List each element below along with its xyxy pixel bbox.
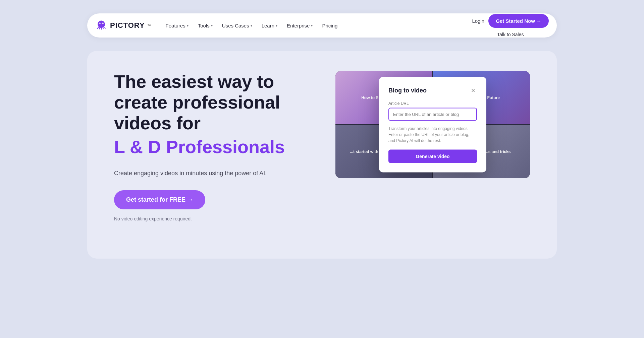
logo-tm: ™ xyxy=(148,24,151,27)
nav-links: Features ▾ Tools ▾ Uses Cases ▾ Learn ▾ … xyxy=(162,20,467,31)
modal-header: Blog to video ✕ xyxy=(388,86,477,94)
usecases-chevron-icon: ▾ xyxy=(251,24,252,27)
nav-learn-label: Learn xyxy=(262,23,274,28)
hero-section: The easiest way to create professional v… xyxy=(87,51,557,259)
learn-chevron-icon: ▾ xyxy=(276,24,277,27)
svg-point-0 xyxy=(98,21,105,28)
nav-item-learn[interactable]: Learn ▾ xyxy=(258,20,281,31)
article-url-input[interactable] xyxy=(388,108,477,121)
logo-text: PICTORY xyxy=(110,21,145,30)
nav-features-label: Features xyxy=(166,23,185,28)
navbar: PICTORY™ Features ▾ Tools ▾ Uses Cases ▾… xyxy=(87,13,557,38)
nav-divider xyxy=(469,20,469,31)
modal-url-label: Article URL xyxy=(388,101,477,106)
video-mockup: How to Start a Blog In... ...cess ...the… xyxy=(335,71,530,178)
nav-tools-label: Tools xyxy=(198,23,210,28)
nav-item-use-cases[interactable]: Uses Cases ▾ xyxy=(218,20,256,31)
features-chevron-icon: ▾ xyxy=(187,24,189,27)
hero-heading-line3: videos for xyxy=(114,113,201,133)
hero-heading-line2: create professional xyxy=(114,92,280,112)
nav-item-pricing[interactable]: Pricing xyxy=(318,20,341,31)
hero-left: The easiest way to create professional v… xyxy=(114,71,315,221)
page-wrapper: PICTORY™ Features ▾ Tools ▾ Uses Cases ▾… xyxy=(87,13,557,259)
modal-close-button[interactable]: ✕ xyxy=(469,86,477,94)
nav-right-top: Login Get Started Now → xyxy=(472,14,549,28)
enterprise-chevron-icon: ▾ xyxy=(311,24,313,27)
hero-note: No video editing experience required. xyxy=(114,216,315,221)
modal-description: Transform your articles into engaging vi… xyxy=(388,126,477,144)
hero-right: How to Start a Blog In... ...cess ...the… xyxy=(335,71,530,178)
svg-point-4 xyxy=(103,23,103,24)
nav-item-enterprise[interactable]: Enterprise ▾ xyxy=(283,20,317,31)
hero-heading-line1: The easiest way to xyxy=(114,71,274,91)
generate-video-button[interactable]: Generate video xyxy=(388,150,477,163)
octopus-logo-icon xyxy=(95,19,107,31)
nav-right: Login Get Started Now → Talk to Sales xyxy=(472,13,549,39)
tools-chevron-icon: ▾ xyxy=(211,24,213,27)
blog-to-video-modal: Blog to video ✕ Article URL Transform yo… xyxy=(379,77,486,173)
hero-highlight-text: L & D Professionals xyxy=(114,136,315,158)
svg-point-3 xyxy=(100,23,100,24)
nav-usecases-label: Uses Cases xyxy=(222,23,249,28)
logo[interactable]: PICTORY™ xyxy=(95,19,151,31)
talk-to-sales-link[interactable]: Talk to Sales xyxy=(497,32,524,37)
modal-title: Blog to video xyxy=(388,87,427,94)
nav-item-tools[interactable]: Tools ▾ xyxy=(194,20,217,31)
login-link[interactable]: Login xyxy=(472,18,484,24)
nav-pricing-label: Pricing xyxy=(322,23,337,28)
get-started-nav-button[interactable]: Get Started Now → xyxy=(488,14,549,28)
nav-item-features[interactable]: Features ▾ xyxy=(162,20,193,31)
nav-enterprise-label: Enterprise xyxy=(287,23,310,28)
hero-cta-button[interactable]: Get started for FREE → xyxy=(114,190,205,209)
hero-heading: The easiest way to create professional v… xyxy=(114,71,315,133)
hero-subtext: Create engaging videos in minutes using … xyxy=(114,168,275,178)
